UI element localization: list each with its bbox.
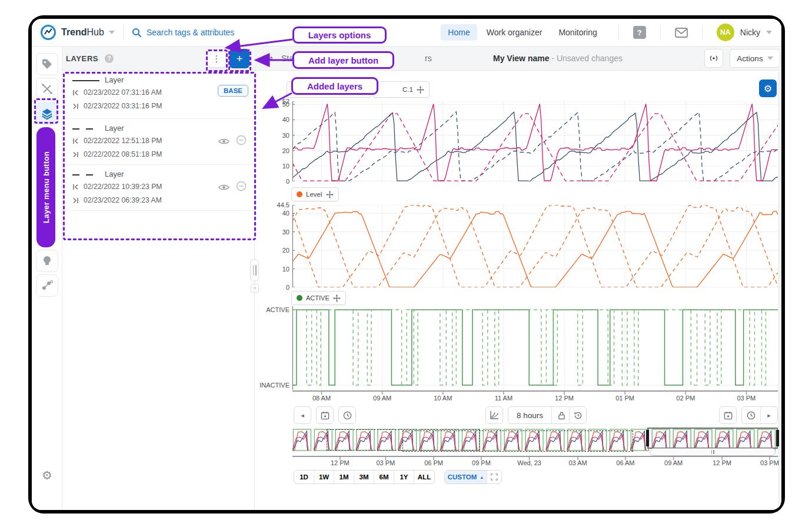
gear-icon: ⚙	[764, 83, 772, 94]
help-icon: ?	[637, 28, 642, 37]
sidebar-item-settings[interactable]: ⚙	[36, 464, 58, 486]
legend-pill-active[interactable]: ACTIVE	[291, 291, 346, 305]
search-icon	[132, 28, 142, 38]
clock-icon	[343, 411, 352, 420]
selection-window[interactable]	[647, 428, 778, 449]
sidebar-item-context-items[interactable]	[36, 274, 58, 297]
x-tick-label: 11 AM	[495, 395, 513, 402]
nav-tab-home[interactable]: Home	[441, 24, 477, 41]
nav-tab-work-organizer[interactable]: Work organizer	[480, 24, 550, 41]
actions-chevron-icon	[767, 57, 773, 60]
x-tick-label: 06 PM	[424, 459, 443, 466]
duration-button[interactable]: 8 hours	[508, 407, 552, 423]
user-name: Nicky	[740, 28, 760, 37]
chart-type-button[interactable]	[485, 406, 503, 424]
annotation-layers-options: Layers options	[292, 26, 387, 44]
y-tick-label: 44.5	[269, 201, 289, 208]
actions-button[interactable]: Actions	[730, 49, 780, 68]
selection-scrollbar[interactable]	[650, 448, 776, 456]
calendar-end-button[interactable]	[719, 406, 737, 424]
trend-chart-top[interactable]	[292, 101, 778, 181]
global-search[interactable]	[132, 28, 441, 38]
time-start-button[interactable]	[338, 406, 356, 424]
x-tick-label: 09 AM	[373, 395, 391, 402]
x-tick-label: 09 PM	[472, 459, 491, 466]
brand-chevron-icon[interactable]	[109, 31, 115, 34]
selection-handle-right[interactable]	[776, 430, 779, 446]
layer-window-outline	[402, 430, 633, 452]
expand-range-button[interactable]	[487, 471, 501, 483]
legend-pill-c1[interactable]: C.1	[373, 81, 430, 98]
nav-tab-monitoring[interactable]: Monitoring	[551, 24, 604, 41]
preset-1m[interactable]: 1M	[334, 471, 354, 483]
y-tick-label: 40	[269, 210, 289, 217]
brand-name: TrendHub	[61, 27, 104, 38]
annotation-outline-layer-list	[63, 72, 256, 240]
broadcast-icon	[708, 55, 719, 62]
preset-6m[interactable]: 6M	[374, 471, 394, 483]
panel-collapse-button[interactable]: ×	[251, 284, 259, 293]
divider	[618, 25, 619, 40]
legend-label: ACTIVE	[306, 294, 330, 302]
sidebar-item-suggestions[interactable]	[36, 250, 58, 272]
preset-1y[interactable]: 1Y	[394, 471, 414, 483]
digital-level-label: INACTIVE	[255, 382, 289, 389]
y-tick-label: 0	[269, 178, 289, 185]
x-tick-label: 12 PM	[555, 395, 574, 402]
preset-3m[interactable]: 3M	[354, 471, 374, 483]
layers-help-icon[interactable]: ?	[105, 54, 114, 63]
active-series-dot	[297, 295, 302, 301]
sidebar-item-value-search[interactable]	[36, 78, 58, 100]
help-button[interactable]: ?	[633, 26, 646, 39]
selection-handle-left[interactable]	[646, 430, 649, 446]
y-tick-label: 10	[269, 163, 289, 170]
annotation-outline-layers-icon	[34, 98, 58, 124]
legend-pill-level[interactable]: Level	[291, 187, 339, 201]
panel-resize-handle[interactable]	[250, 259, 259, 281]
x-tick-label: 03 PM	[760, 459, 779, 466]
gear-icon: ⚙	[42, 468, 52, 482]
y-tick-label: 0	[269, 284, 289, 291]
live-mode-button[interactable]	[704, 49, 723, 68]
annotation-added-layers: Added layers	[291, 77, 378, 95]
divider	[660, 25, 661, 40]
y-tick-label: 20	[269, 147, 289, 154]
lock-icon	[558, 411, 565, 420]
preset-1w[interactable]: 1W	[314, 471, 334, 483]
caret-up-icon: ▲	[480, 475, 484, 479]
chart-settings-button[interactable]: ⚙	[759, 80, 777, 97]
history-clock-icon	[574, 411, 583, 420]
digital-level-label: ACTIVE	[255, 306, 289, 313]
calendar-start-button[interactable]	[316, 406, 334, 424]
x-tick-label: 12 PM	[331, 459, 350, 466]
time-end-button[interactable]	[742, 407, 761, 423]
arrow-left-icon: ◂	[301, 412, 304, 419]
x-tick-label: 09 AM	[664, 459, 683, 466]
view-title: My View name - Unsaved changes	[493, 54, 623, 63]
legend-label: Level	[306, 191, 322, 198]
preset-all[interactable]: ALL	[414, 471, 434, 483]
trend-chart-active[interactable]	[292, 306, 778, 390]
x-tick-label: 02 PM	[676, 395, 695, 402]
top-navbar: TrendHub HomeWork organizerMonitoring ? …	[32, 19, 781, 47]
custom-range-button[interactable]: CUSTOM ▲	[445, 471, 487, 483]
pan-right-button[interactable]: ▸	[761, 407, 777, 423]
duration-group: 8 hours	[508, 406, 571, 424]
nav-tabs: HomeWork organizerMonitoring	[441, 24, 604, 41]
lock-duration-button[interactable]	[552, 407, 571, 423]
main-x-axis	[292, 390, 778, 396]
brand[interactable]: TrendHub	[32, 24, 115, 41]
pan-left-button[interactable]: ◂	[294, 406, 311, 424]
avatar[interactable]: NA	[717, 24, 734, 41]
trend-compare-icon	[490, 410, 499, 420]
mail-icon[interactable]	[675, 28, 688, 38]
trend-chart-level[interactable]	[292, 205, 778, 287]
sidebar-item-tags[interactable]	[36, 53, 58, 75]
time-history-button[interactable]	[569, 406, 587, 424]
user-menu-chevron-icon[interactable]	[766, 31, 772, 34]
y-tick-label: 40	[269, 116, 289, 123]
x-tick-label: 03 PM	[376, 459, 395, 466]
preset-1d[interactable]: 1D	[294, 471, 314, 483]
divider	[123, 25, 124, 40]
context-nodes-icon	[41, 280, 53, 292]
